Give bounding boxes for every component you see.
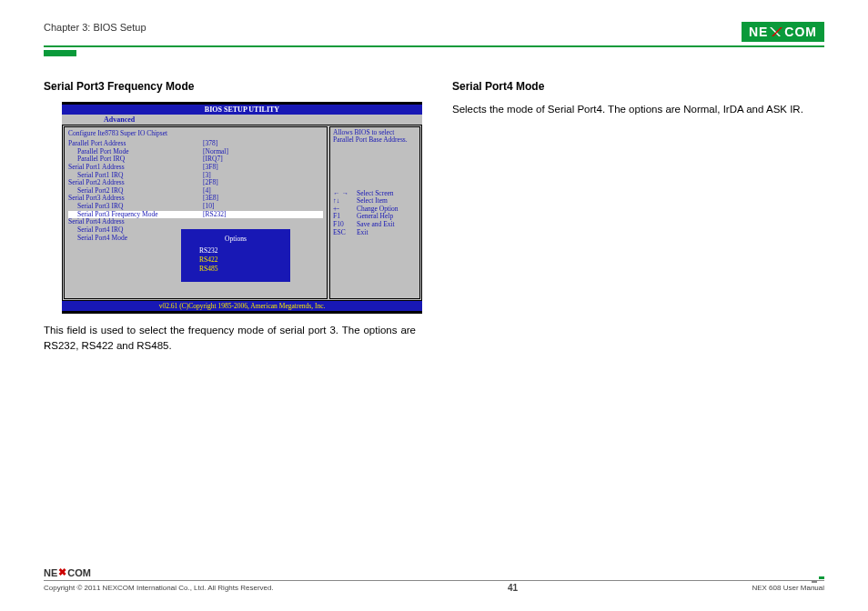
left-section-title: Serial Port3 Frequency Mode <box>44 80 416 93</box>
bios-subtitle: Configure Ite8783 Super IO Chipset <box>68 129 323 137</box>
bios-header: BIOS SETUP UTILITY <box>62 105 422 115</box>
bios-popup-option[interactable]: RS422 <box>199 255 272 265</box>
doc-title: NEX 608 User Manual <box>752 584 824 592</box>
top-rule <box>44 45 824 47</box>
page-number: 41 <box>508 583 518 593</box>
bios-key-row: F10Save and Exit <box>333 221 417 229</box>
bios-tab-advanced[interactable]: Advanced <box>98 115 140 125</box>
footer-decor-icon <box>812 576 824 584</box>
footer-logo-right: COM <box>67 567 91 578</box>
bios-options-popup: Options RS232RS422RS485 <box>181 229 290 282</box>
bios-popup-option[interactable]: RS232 <box>199 246 272 255</box>
logo-text-left: NE <box>749 25 768 39</box>
bios-tab-bar: Advanced <box>62 115 422 125</box>
logo-top: NE COM <box>742 22 824 42</box>
copyright-text: Copyright © 2011 NEXCOM International Co… <box>44 584 274 592</box>
svg-marker-0 <box>770 27 781 36</box>
bios-popup-title: Options <box>183 235 288 243</box>
bios-main-panel: Configure Ite8783 Super IO Chipset Paral… <box>64 126 328 299</box>
bios-key-row: ESCExit <box>333 229 417 237</box>
bios-side-panel: Allows BIOS to select Parallel Port Base… <box>329 126 420 299</box>
right-body-text: Selects the mode of Serial Port4. The op… <box>452 102 824 117</box>
bios-key-legend: ← →Select Screen↑↓Select Item+-Change Op… <box>333 190 417 237</box>
footer-logo-left: NE <box>44 567 57 578</box>
bios-footer: v02.61 (C)Copyright 1985-2006, American … <box>62 301 422 311</box>
bios-screenshot: BIOS SETUP UTILITY Advanced Configure It… <box>62 102 422 314</box>
green-accent <box>44 50 76 56</box>
right-section-title: Serial Port4 Mode <box>452 80 824 93</box>
chapter-title: Chapter 3: BIOS Setup <box>44 22 146 33</box>
left-body-text: This field is used to select the frequen… <box>44 323 416 355</box>
svg-marker-1 <box>772 27 782 36</box>
footer-rule <box>44 580 824 581</box>
logo-x-icon <box>770 25 782 38</box>
bios-popup-option[interactable]: RS485 <box>199 265 272 274</box>
bios-setting-value: [RS232] <box>203 211 226 219</box>
logo-footer: NE ✖ COM <box>44 566 91 578</box>
bios-help-text: Allows BIOS to select Parallel Port Base… <box>333 129 417 145</box>
logo-text-right: COM <box>784 25 817 39</box>
footer-logo-x-icon: ✖ <box>58 566 66 578</box>
page-footer: NE ✖ COM Copyright © 2011 NEXCOM Interna… <box>44 564 824 594</box>
